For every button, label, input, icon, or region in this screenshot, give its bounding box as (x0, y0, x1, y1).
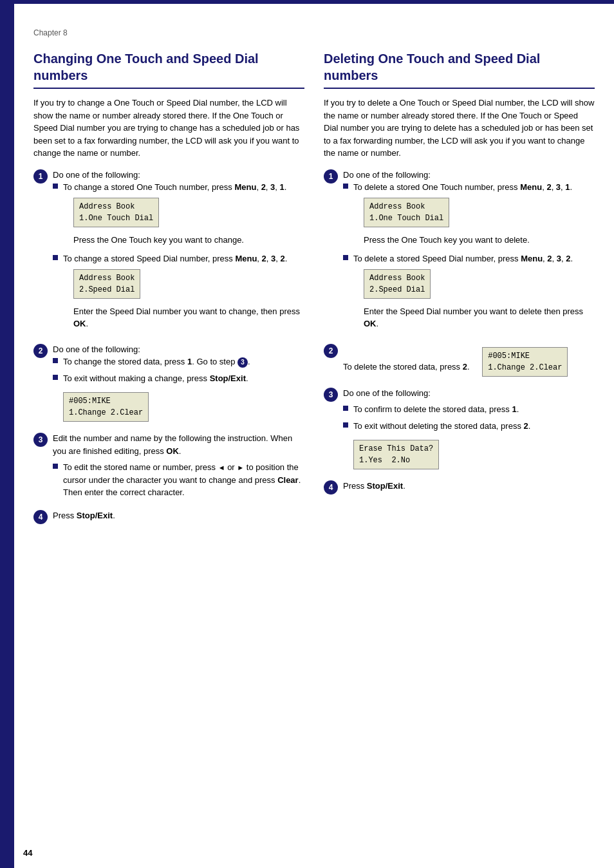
sub-text-1b: Enter the Speed Dial number you want to … (73, 305, 304, 330)
left-bullet-1b: To change a stored Speed Dial number, pr… (53, 252, 304, 333)
left-bullet-2a: To change the stored data, press 1. Go t… (53, 355, 304, 368)
lcd-box-2: #005:MIKE 1.Change 2.Clear (63, 392, 149, 422)
right-column: Deleting One Touch and Speed Dial number… (324, 50, 595, 531)
right-bullet-icon-1b (343, 255, 348, 260)
left-intro-text: If you try to change a One Touch or Spee… (33, 97, 304, 160)
right-bullet-icon-3b (343, 422, 348, 428)
bullet-icon-1b (53, 255, 58, 260)
right-step-badge-3: 3 (324, 388, 338, 402)
left-step-1: 1 Do one of the following: To change a s… (33, 169, 304, 337)
right-lcd-box-1b: Address Book 2.Speed Dial (364, 269, 431, 299)
step-badge-1: 1 (33, 169, 48, 184)
right-bullet-1b-content: To delete a stored Speed Dial number, pr… (353, 252, 595, 333)
lcd-box-1b: Address Book 2.Speed Dial (73, 269, 140, 299)
right-bullet-3a: To confirm to delete the stored data, pr… (343, 403, 595, 416)
left-step-3-content: Edit the number and name by the followin… (53, 432, 304, 503)
right-bullet-3b: To exit without deleting the stored data… (343, 420, 595, 433)
left-step-2-content: Do one of the following: To change the s… (53, 343, 304, 426)
right-step-1-bullets: To delete a stored One Touch number, pre… (343, 181, 595, 333)
left-step-1-text: Do one of the following: (53, 170, 140, 180)
right-arrow-icon: ► (237, 462, 244, 473)
left-step-4: 4 Press Stop/Exit. (33, 509, 304, 524)
left-section-title: Changing One Touch and Speed Dial number… (33, 50, 304, 89)
right-step-2-content: To delete the stored data, press 2. #005… (343, 343, 595, 381)
two-column-layout: Changing One Touch and Speed Dial number… (33, 50, 595, 531)
right-step-4: 4 Press Stop/Exit. (324, 480, 595, 495)
right-step-3-content: Do one of the following: To confirm to d… (343, 387, 595, 474)
bullet-icon-3a (53, 464, 58, 469)
right-sub-text-1a: Press the One Touch key you want to dele… (364, 234, 595, 247)
bullet-icon-2b (53, 375, 58, 380)
bullet-icon-1a (53, 184, 58, 189)
step-ref-3: 3 (237, 357, 248, 368)
left-step-2: 2 Do one of the following: To change the… (33, 343, 304, 426)
right-lcd-box-2: #005:MIKE 1.Change 2.Clear (482, 347, 568, 377)
right-bullet-3a-content: To confirm to delete the stored data, pr… (353, 403, 519, 416)
left-arrow-icon: ◄ (218, 462, 225, 473)
left-column: Changing One Touch and Speed Dial number… (33, 50, 304, 531)
step-badge-2: 2 (33, 344, 48, 358)
right-bullet-1a-content: To delete a stored One Touch number, pre… (353, 181, 595, 249)
right-bullet-1a: To delete a stored One Touch number, pre… (343, 181, 595, 249)
left-step-3-bullets: To edit the stored name or number, press… (53, 461, 304, 499)
right-sub-text-1b: Enter the Speed Dial number you want to … (364, 305, 595, 330)
right-step-3: 3 Do one of the following: To confirm to… (324, 387, 595, 474)
left-step-3: 3 Edit the number and name by the follow… (33, 432, 304, 503)
left-step-2-text: Do one of the following: (53, 344, 140, 354)
right-step-4-content: Press Stop/Exit. (343, 480, 595, 493)
right-step-badge-1: 1 (324, 169, 338, 184)
right-lcd-box-1a: Address Book 1.One Touch Dial (364, 198, 449, 227)
right-step-3-bullets: To confirm to delete the stored data, pr… (343, 403, 595, 432)
left-step-2-bullets: To change the stored data, press 1. Go t… (53, 355, 304, 384)
step-badge-3: 3 (33, 433, 48, 447)
chapter-label: Chapter 8 (33, 28, 595, 37)
right-bullet-3b-content: To exit without deleting the stored data… (353, 420, 530, 433)
right-step-3-text: Do one of the following: (343, 388, 431, 398)
left-bullet-1b-content: To change a stored Speed Dial number, pr… (63, 252, 304, 333)
left-bullet-3a-content: To edit the stored name or number, press… (63, 461, 304, 499)
left-bullet-2a-content: To change the stored data, press 1. Go t… (63, 355, 250, 368)
left-step-1-content: Do one of the following: To change a sto… (53, 169, 304, 337)
right-bullet-icon-1a (343, 184, 348, 189)
left-bullet-1a: To change a stored One Touch number, pre… (53, 181, 304, 249)
right-step-badge-4: 4 (324, 480, 338, 495)
left-bar (0, 0, 14, 868)
left-step-1-bullets: To change a stored One Touch number, pre… (53, 181, 304, 333)
lcd-box-1a: Address Book 1.One Touch Dial (73, 198, 159, 227)
left-step-4-content: Press Stop/Exit. (53, 509, 304, 522)
left-bullet-3a: To edit the stored name or number, press… (53, 461, 304, 499)
right-step-1-text: Do one of the following: (343, 170, 431, 180)
right-step-1: 1 Do one of the following: To delete a s… (324, 169, 595, 337)
step-badge-4: 4 (33, 510, 48, 524)
right-bullet-1b: To delete a stored Speed Dial number, pr… (343, 252, 595, 333)
right-section-title: Deleting One Touch and Speed Dial number… (324, 50, 595, 89)
page: Chapter 8 Changing One Touch and Speed D… (0, 0, 614, 868)
bullet-icon-2a (53, 358, 58, 363)
sub-text-1a: Press the One Touch key you want to chan… (73, 234, 304, 247)
right-bullet-icon-3a (343, 406, 348, 411)
left-bullet-2b-content: To exit without making a change, press S… (63, 372, 248, 385)
right-lcd-box-3: Erase This Data? 1.Yes 2.No (353, 440, 439, 469)
left-step-3-text: Edit the number and name by the followin… (53, 433, 292, 456)
right-step-badge-2: 2 (324, 344, 338, 358)
right-intro-text: If you try to delete a One Touch or Spee… (324, 97, 595, 160)
right-step-2: 2 To delete the stored data, press 2. #0… (324, 343, 595, 381)
left-bullet-2b: To exit without making a change, press S… (53, 372, 304, 385)
left-bullet-1a-content: To change a stored One Touch number, pre… (63, 181, 304, 249)
right-step-1-content: Do one of the following: To delete a sto… (343, 169, 595, 337)
right-step-2-text: To delete the stored data, press 2. (343, 362, 470, 372)
page-number: 44 (23, 848, 32, 858)
content-area: Chapter 8 Changing One Touch and Speed D… (14, 0, 614, 868)
